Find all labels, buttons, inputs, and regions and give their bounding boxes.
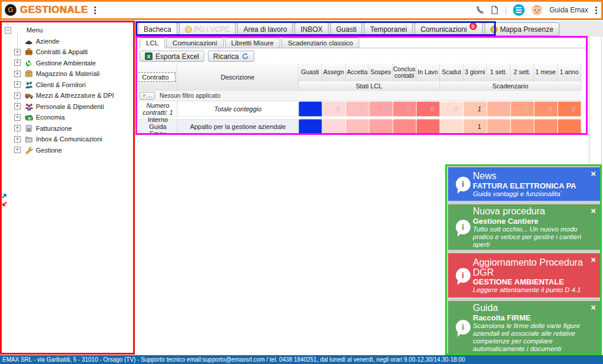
column-header-in-lavorazione[interactable]: In Lavo xyxy=(416,64,440,81)
coin-icon xyxy=(185,26,192,33)
filter-button[interactable]: » ... xyxy=(140,92,155,100)
tab-guasti[interactable]: Guasti xyxy=(330,22,363,36)
reload-button[interactable]: Ricarica xyxy=(208,51,254,62)
notification-stack: × i News FATTURA ELETTRONICA PA Guida va… xyxy=(446,166,602,355)
table-row-contract[interactable]: Interno Guida Emax Appalto per la gestio… xyxy=(138,119,581,134)
sidebar-item-clienti-fornitori[interactable]: Clienti & Fornitori xyxy=(5,80,134,91)
sidebar-item-magazzino-materiali[interactable]: Magazzino & Materiali xyxy=(5,68,134,80)
expand-icon[interactable] xyxy=(14,71,21,77)
subtab-comunicazioni[interactable]: Comunicazioni xyxy=(166,38,223,48)
column-header-1-settimana[interactable]: 1 sett. xyxy=(487,64,511,81)
subtab-scadenziario-classico[interactable]: Scadenziario classico xyxy=(281,38,360,48)
sidebar-item-contratti-appalti[interactable]: Contratti & Appalti xyxy=(5,47,134,58)
close-icon[interactable]: × xyxy=(591,255,596,264)
document-icon[interactable] xyxy=(491,5,499,15)
row-contract-cell: Numero contratti: 1 xyxy=(138,101,177,117)
emax-logo-icon[interactable] xyxy=(513,4,525,16)
table-toolbar: X Esporta Excel Ricarica xyxy=(138,48,586,64)
sidebar-item-gestione-ambientale[interactable]: Gestione Ambientale xyxy=(5,58,134,69)
recycle-icon xyxy=(24,59,34,67)
close-icon[interactable]: × xyxy=(591,169,596,178)
sidebar-item-inbox-comunicazioni[interactable]: Inbox & Comunicazioni xyxy=(5,134,134,145)
notification-card-guida-firme[interactable]: × i Guida Raccolta FIRME Scansiona le fi… xyxy=(448,301,600,353)
close-icon[interactable]: × xyxy=(591,206,596,215)
cell-1-settimana: 0 xyxy=(487,101,511,117)
sidebar-item-personale-dipendenti[interactable]: Personale & Dipendenti xyxy=(5,101,134,112)
table-row-totals[interactable]: Numero contratti: 1 Totale conteggio 0 0… xyxy=(138,101,581,117)
column-header-conclusi-contabili[interactable]: Conclus contabi xyxy=(393,64,416,81)
column-header-contratto[interactable]: Contratto ^ xyxy=(138,64,177,91)
close-icon[interactable]: × xyxy=(591,303,596,312)
column-header-assegnati[interactable]: Assegn xyxy=(322,64,346,81)
sidebar-item-gestione[interactable]: Gestione xyxy=(5,145,134,156)
card-subtitle: FATTURA ELETTRONICA PA xyxy=(473,181,594,190)
cell-sospesi: 0 xyxy=(369,101,393,117)
user-avatar[interactable] xyxy=(531,4,544,16)
expand-icon[interactable] xyxy=(14,114,21,121)
expand-icon[interactable] xyxy=(14,92,21,99)
expand-icon[interactable] xyxy=(14,125,21,131)
tab-temporanei[interactable]: Temporanei xyxy=(364,22,413,36)
column-header-accettati[interactable]: Accetta xyxy=(346,64,369,81)
notification-card-nuova-procedura[interactable]: × i Nuova procedura Gestione Cantiere Tu… xyxy=(448,204,600,250)
briefcase-icon xyxy=(24,48,34,56)
sidebar-item-menu-root[interactable]: Menu xyxy=(5,25,134,36)
column-header-2-settimane[interactable]: 2 sett. xyxy=(511,64,534,81)
subtab-libretti-misure[interactable]: Libretti Misure xyxy=(225,38,280,48)
sidebar-item-aziende[interactable]: Aziende xyxy=(5,36,134,47)
expand-icon[interactable] xyxy=(14,81,21,88)
column-header-guasti[interactable]: Guasti xyxy=(299,64,322,81)
header-menu-dots-icon[interactable] xyxy=(94,6,96,14)
row-description-cell: Appalto per la gestione aziendale xyxy=(177,119,299,134)
notification-badge: 0 xyxy=(469,22,477,30)
info-icon: i xyxy=(456,177,471,191)
sidebar-item-fatturazione[interactable]: Fatturazione xyxy=(5,123,134,134)
excel-icon: X xyxy=(145,52,153,60)
card-title: Nuova procedura xyxy=(473,206,594,217)
phone-icon[interactable] xyxy=(475,5,485,15)
column-header-1-mese[interactable]: 1 mese xyxy=(534,64,558,81)
cell-conclusi: 0 xyxy=(393,101,416,117)
column-header-3-giorni[interactable]: 3 giorni xyxy=(463,64,487,81)
column-header-scaduti[interactable]: Scadut xyxy=(440,64,463,81)
cell-1-anno xyxy=(558,119,581,134)
tab-bacheca[interactable]: Bacheca xyxy=(138,22,177,36)
tab-mappa-presenze[interactable]: Mappa Presenze xyxy=(485,22,559,36)
notification-card-news[interactable]: × i News FATTURA ELETTRONICA PA Guida va… xyxy=(448,167,600,201)
app-logo-icon: G xyxy=(5,4,16,16)
expand-icon[interactable] xyxy=(14,103,21,110)
card-title: Guida xyxy=(473,302,594,313)
tab-area-di-lavoro[interactable]: Area di lavoro xyxy=(237,22,293,36)
filter-status-text: Nessun filtro applicato xyxy=(160,92,220,99)
cell-assegnati: 0 xyxy=(322,101,346,117)
subtab-lcl[interactable]: LCL xyxy=(140,38,165,48)
truck-icon xyxy=(24,91,34,100)
expand-icon[interactable] xyxy=(14,147,21,153)
user-menu-dots-icon[interactable] xyxy=(595,6,597,14)
expand-icon[interactable] xyxy=(14,59,21,66)
expand-icon[interactable] xyxy=(14,136,21,143)
people-icon xyxy=(24,102,34,111)
collapse-panel-arrow-icon[interactable] xyxy=(1,200,8,208)
user-menu-label[interactable]: Guida Emax xyxy=(549,6,588,14)
sidebar-item-mezzi-attrezzature[interactable]: Mezzi & Attrezzature & DPI xyxy=(5,90,134,101)
sidebar-item-economia[interactable]: Economia xyxy=(5,112,134,123)
column-header-sospesi[interactable]: Sospes xyxy=(369,64,393,81)
cell-guasti xyxy=(299,101,322,117)
expand-panel-arrow-icon[interactable] xyxy=(1,192,8,200)
column-header-descrizione[interactable]: Descrizione xyxy=(177,64,299,91)
card-title: Aggiornamento Procedura DGR xyxy=(473,257,594,277)
cell-sospesi xyxy=(369,119,393,134)
cell-scaduti xyxy=(440,119,463,134)
tab-inbox[interactable]: INBOX xyxy=(294,22,328,36)
tab-comunicazioni[interactable]: Comunicazioni 0 xyxy=(415,22,483,36)
column-header-1-anno[interactable]: 1 anno xyxy=(558,64,581,81)
group-header-stati-lcl: Stati LCL xyxy=(299,81,440,91)
expand-icon[interactable] xyxy=(14,49,21,55)
export-excel-button[interactable]: X Esporta Excel xyxy=(140,51,204,62)
cell-in-lavorazione xyxy=(416,119,440,134)
collapse-icon[interactable] xyxy=(5,27,11,34)
card-description: Scansiona le firme delle varie figure az… xyxy=(473,322,594,353)
notification-card-aggiornamento-dgr[interactable]: × i Aggiornamento Procedura DGR GESTIONE… xyxy=(448,253,600,297)
cell-scaduti: 0 xyxy=(440,101,463,117)
